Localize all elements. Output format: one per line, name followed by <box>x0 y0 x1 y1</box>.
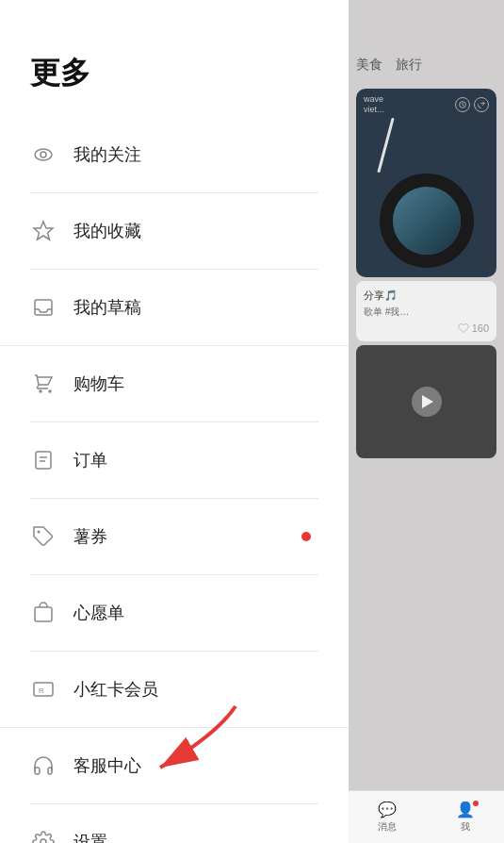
orders-icon <box>30 447 57 473</box>
star-icon <box>30 218 57 244</box>
menu-label-my-collections: 我的收藏 <box>73 220 141 242</box>
cart-icon <box>30 371 57 397</box>
gear-icon <box>30 829 57 843</box>
app-container: 更多 我的关注 我的收藏 <box>0 0 504 843</box>
menu-label-orders: 订单 <box>73 449 107 471</box>
divider <box>30 192 318 193</box>
menu-item-my-collections[interactable]: 我的收藏 <box>0 201 349 261</box>
porthole-image <box>380 174 474 268</box>
nav-tag-travel: 旅行 <box>396 57 422 74</box>
cable-decoration <box>377 118 394 174</box>
menu-item-wishlist[interactable]: 心愿单 <box>0 583 349 643</box>
bag-icon <box>30 600 57 626</box>
menu-label-wishlist: 心愿单 <box>73 602 124 624</box>
menu-label-my-drafts: 我的草稿 <box>73 296 141 319</box>
top-nav: 美食 旅行 <box>349 0 504 85</box>
menu-item-my-drafts[interactable]: 我的草稿 <box>0 277 349 338</box>
inbox-icon <box>30 294 57 321</box>
menu-label-my-follows: 我的关注 <box>73 143 141 166</box>
divider <box>30 574 318 575</box>
menu-label-vouchers: 薯券 <box>73 525 107 548</box>
divider <box>30 651 318 652</box>
svg-marker-2 <box>34 222 53 240</box>
heart-icon <box>458 322 469 334</box>
section-divider2 <box>0 727 349 728</box>
svg-point-1 <box>41 152 46 157</box>
eye-icon <box>30 141 57 168</box>
section-divider <box>0 345 349 346</box>
svg-point-7 <box>38 531 41 534</box>
svg-point-11 <box>41 839 46 843</box>
nav-red-dot <box>473 801 479 806</box>
divider <box>30 803 318 804</box>
menu-item-vouchers[interactable]: 薯券 <box>0 506 349 567</box>
voucher-badge <box>301 532 311 541</box>
play-button[interactable] <box>412 387 442 417</box>
media-card: wave viet... <box>356 89 496 277</box>
bottom-nav-message[interactable]: 💬 消息 <box>378 801 397 834</box>
divider <box>30 498 318 499</box>
headset-icon <box>30 752 57 779</box>
r-card-icon: R <box>30 676 57 702</box>
share-section: 分享🎵 歌单 #我… 160 <box>356 281 496 341</box>
card-header: wave viet... <box>356 89 496 121</box>
video-section <box>356 345 496 458</box>
card-icons <box>455 97 489 112</box>
tag-icon <box>30 523 57 550</box>
menu-label-cart: 购物车 <box>73 372 124 395</box>
menu-list: 我的关注 我的收藏 <box>0 124 349 843</box>
menu-item-customer-service[interactable]: 客服中心 <box>0 736 349 796</box>
like-count: 160 <box>472 322 489 334</box>
bottom-nav-message-label: 消息 <box>378 820 397 834</box>
svg-rect-4 <box>36 452 51 469</box>
menu-label-membership: 小红卡会员 <box>73 678 158 701</box>
menu-item-orders[interactable]: 订单 <box>0 430 349 490</box>
right-content-panel: 美食 旅行 wave viet... <box>349 0 504 843</box>
share-sub: 歌单 #我… <box>364 306 489 319</box>
play-icon <box>422 395 433 408</box>
share-text: 分享🎵 <box>364 289 489 303</box>
menu-label-customer-service: 客服中心 <box>73 754 141 777</box>
svg-rect-8 <box>35 607 52 621</box>
heart-row: 160 <box>364 322 489 334</box>
me-icon: 👤 <box>456 801 475 818</box>
menu-item-my-follows[interactable]: 我的关注 <box>0 124 349 185</box>
more-menu-panel: 更多 我的关注 我的收藏 <box>0 0 349 843</box>
message-icon: 💬 <box>378 801 397 818</box>
divider <box>30 422 318 422</box>
bottom-nav-me-label: 我 <box>461 820 470 834</box>
menu-item-membership[interactable]: R 小红卡会员 <box>0 659 349 719</box>
bottom-nav-me[interactable]: 👤 我 <box>456 801 475 834</box>
card-title: wave viet... <box>364 94 384 115</box>
page-title: 更多 <box>0 0 349 124</box>
divider <box>30 269 318 270</box>
porthole-inner <box>393 187 461 255</box>
bottom-nav: 💬 消息 👤 我 <box>349 790 504 843</box>
menu-item-cart[interactable]: 购物车 <box>0 354 349 414</box>
svg-point-0 <box>35 149 52 160</box>
nav-tag-food: 美食 <box>356 57 382 74</box>
timer-icon <box>455 97 470 112</box>
menu-item-settings[interactable]: 设置 <box>0 812 349 843</box>
menu-label-settings: 设置 <box>73 831 107 843</box>
svg-text:R: R <box>39 686 44 695</box>
share-icon <box>474 97 489 112</box>
